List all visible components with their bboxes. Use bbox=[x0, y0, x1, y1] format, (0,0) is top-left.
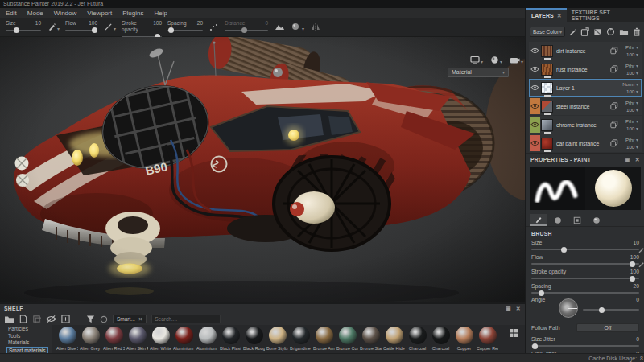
layer-visibility-icon[interactable] bbox=[530, 43, 540, 59]
menu-mode[interactable]: Mode bbox=[27, 10, 43, 17]
panel-float-icon[interactable]: ▣ bbox=[625, 157, 630, 163]
layer-visibility-icon[interactable] bbox=[530, 98, 540, 114]
material-mode-icon[interactable]: ▾ bbox=[291, 23, 304, 31]
material-item[interactable]: Alien Blue S... bbox=[56, 327, 78, 351]
shelf-close-icon[interactable]: ✕ bbox=[516, 306, 521, 312]
layer-thumbnail[interactable] bbox=[541, 82, 553, 94]
layer-blend-opacity[interactable]: Pthr ▾100 ▾ bbox=[620, 136, 641, 150]
material-item[interactable]: Alien Grey S... bbox=[80, 327, 101, 351]
layer-thumbnail[interactable] bbox=[541, 101, 553, 113]
layer-blend-opacity[interactable]: Pthr ▾100 ▾ bbox=[620, 43, 641, 58]
flow-slider[interactable]: Flow100 bbox=[526, 252, 644, 265]
tab-stencil-icon[interactable] bbox=[568, 214, 586, 226]
add-folder-icon[interactable] bbox=[619, 27, 629, 36]
add-fill-layer-icon[interactable] bbox=[593, 27, 602, 36]
material-item[interactable]: Black Plastic bbox=[220, 327, 242, 351]
layer-name[interactable]: dirt instance bbox=[556, 48, 610, 54]
layer-blend-opacity[interactable]: Pthr ▾100 ▾ bbox=[620, 62, 641, 76]
layer-row[interactable]: rust instancePthr ▾100 ▾ bbox=[529, 60, 642, 78]
layer-blend-opacity[interactable]: Pthr ▾100 ▾ bbox=[620, 99, 641, 113]
material-item[interactable]: Bronze Arm... bbox=[313, 327, 335, 351]
layer-thumbnail[interactable] bbox=[541, 119, 553, 131]
follow-path-toggle[interactable]: Off bbox=[576, 323, 639, 332]
filter-chip[interactable]: Smart... ✕ bbox=[113, 315, 147, 323]
shelf-category-particles[interactable]: Particles bbox=[6, 326, 48, 333]
lazy-mouse-icon[interactable] bbox=[209, 23, 219, 32]
shelf-new-resource-icon[interactable] bbox=[19, 315, 27, 323]
symmetry-icon[interactable] bbox=[311, 23, 320, 31]
layer-visibility-icon[interactable] bbox=[530, 135, 540, 151]
size-slider[interactable]: Size10 bbox=[526, 237, 644, 250]
tab-brush-icon[interactable] bbox=[530, 214, 547, 226]
angle-dial[interactable] bbox=[559, 298, 578, 318]
menu-plugins[interactable]: Plugins bbox=[122, 10, 143, 17]
shader-sphere-icon[interactable]: ▾ bbox=[490, 56, 502, 64]
layer-row[interactable]: chrome instancePthr ▾100 ▾ bbox=[529, 116, 642, 134]
shelf-category-tools[interactable]: Tools bbox=[6, 333, 48, 340]
material-item[interactable]: Copper bbox=[453, 327, 475, 351]
layer-thumbnail[interactable] bbox=[541, 64, 553, 76]
angle-slider[interactable] bbox=[583, 306, 639, 311]
menu-window[interactable]: Window bbox=[54, 10, 76, 17]
add-effect-icon[interactable] bbox=[568, 28, 576, 36]
layer-row[interactable]: Layer 1Norm ▾100 ▾ bbox=[529, 79, 642, 97]
size-slider[interactable]: Size10 bbox=[6, 20, 41, 35]
material-item[interactable]: Cattle Hide ... bbox=[383, 327, 405, 351]
shelf-search-input[interactable] bbox=[151, 315, 221, 323]
shelf-folder-icon[interactable] bbox=[4, 315, 14, 323]
filter-chip-close-icon[interactable]: ✕ bbox=[138, 316, 142, 323]
spacing-slider[interactable]: Spacing20 bbox=[526, 281, 644, 294]
layer-blend-opacity[interactable]: Pthr ▾100 ▾ bbox=[620, 117, 641, 132]
menu-edit[interactable]: Edit bbox=[6, 10, 17, 17]
layer-name[interactable]: Layer 1 bbox=[556, 85, 610, 91]
filter-icon[interactable] bbox=[86, 315, 95, 323]
layer-thumbnail[interactable] bbox=[541, 138, 553, 150]
material-item[interactable]: Charcoal bbox=[430, 327, 452, 351]
shelf-category-materials[interactable]: Materials bbox=[6, 339, 48, 347]
spacing-slider[interactable]: Spacing20 bbox=[167, 20, 203, 35]
layer-visibility-icon[interactable] bbox=[530, 80, 540, 96]
shelf-hide-icon[interactable] bbox=[46, 315, 56, 323]
stroke-type-icon[interactable]: ▾ bbox=[104, 23, 116, 31]
shelf-float-icon[interactable]: ▣ bbox=[506, 306, 511, 312]
layer-row[interactable]: dirt instancePthr ▾100 ▾ bbox=[529, 42, 642, 60]
material-item[interactable]: Alien Skin F... bbox=[126, 327, 148, 351]
angle-control[interactable]: Angle 0 bbox=[526, 295, 644, 319]
projection-icon[interactable] bbox=[275, 23, 285, 31]
material-item[interactable]: Aluminium ... bbox=[173, 327, 195, 351]
layer-visibility-icon[interactable] bbox=[530, 61, 540, 77]
panel-close-icon[interactable]: ✕ bbox=[635, 157, 640, 163]
layer-blend-opacity[interactable]: Norm ▾100 ▾ bbox=[620, 80, 641, 95]
layer-visibility-icon[interactable] bbox=[530, 117, 540, 133]
tab-texture-set-settings[interactable]: TEXTURE SET SETTINGS bbox=[567, 8, 644, 22]
tab-close-icon[interactable]: ✕ bbox=[557, 13, 562, 19]
menu-help[interactable]: Help bbox=[155, 10, 167, 17]
material-item[interactable]: Alien Red S... bbox=[103, 327, 125, 351]
material-item[interactable]: Bronze Con... bbox=[336, 327, 358, 351]
display-settings-icon[interactable]: ▾ bbox=[470, 56, 483, 64]
tab-material-icon[interactable] bbox=[588, 214, 605, 226]
material-item[interactable]: Black Roug... bbox=[243, 327, 265, 351]
channel-select[interactable]: Base Color ▾ bbox=[530, 27, 565, 37]
layer-name[interactable]: rust instance bbox=[556, 67, 610, 72]
add-layer-icon[interactable] bbox=[580, 27, 589, 36]
material-item[interactable]: Bronze Stat... bbox=[360, 327, 382, 351]
material-item[interactable]: Bone Stylized bbox=[266, 327, 288, 351]
tab-layers[interactable]: LAYERS ✕ bbox=[526, 8, 567, 22]
material-item[interactable]: Aluminium ... bbox=[196, 327, 218, 351]
menu-viewport[interactable]: Viewport bbox=[87, 10, 112, 17]
add-smart-material-icon[interactable] bbox=[606, 27, 615, 36]
layer-name[interactable]: chrome instance bbox=[556, 122, 610, 128]
stroke-opacity-slider[interactable]: Stroke opacity100 bbox=[526, 266, 644, 279]
brush-preset-icon[interactable]: ▾ bbox=[47, 23, 60, 31]
flow-slider[interactable]: Flow100 bbox=[65, 20, 97, 35]
tab-alpha-icon[interactable] bbox=[549, 214, 567, 226]
layer-name[interactable]: steel instance bbox=[556, 104, 610, 109]
delete-layer-icon[interactable] bbox=[633, 27, 641, 36]
shading-mode-dropdown[interactable]: Material ▾ bbox=[448, 68, 509, 77]
layer-row[interactable]: car paint instancePthr ▾100 ▾ bbox=[529, 134, 642, 152]
layer-thumbnail[interactable] bbox=[541, 45, 553, 57]
color-filter-icon[interactable] bbox=[100, 315, 108, 323]
layer-name[interactable]: car paint instance bbox=[556, 141, 610, 146]
material-item[interactable]: Charcoal bbox=[407, 327, 428, 351]
